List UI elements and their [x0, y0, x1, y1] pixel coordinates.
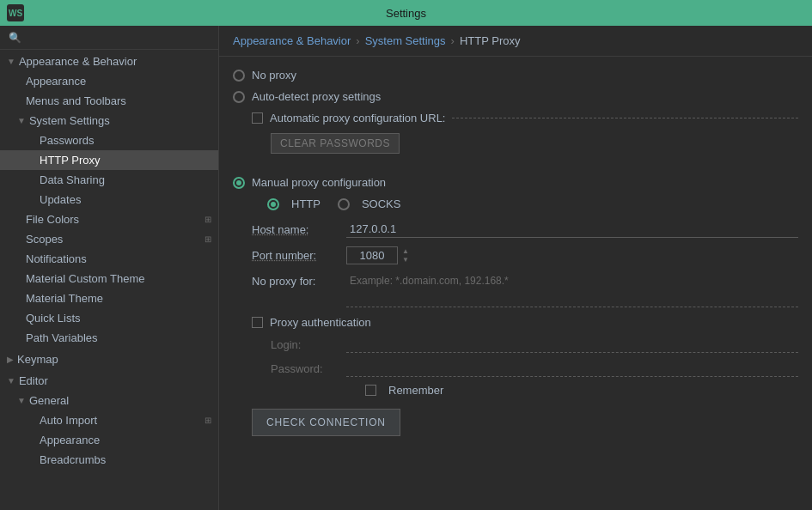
host-name-label: Host name:: [252, 223, 346, 236]
window-title: Settings: [386, 7, 426, 20]
breadcrumb-sep-2: ›: [451, 34, 455, 47]
login-label: Login:: [252, 338, 346, 351]
no-proxy-hint: Example: *.domain.com, 192.168.*: [346, 273, 512, 288]
password-input[interactable]: [346, 360, 798, 377]
remember-checkbox[interactable]: [365, 385, 376, 396]
sidebar-item-data-sharing[interactable]: Data Sharing: [0, 170, 218, 190]
http-option: HTTP: [267, 197, 321, 210]
settings-content: No proxy Auto-detect proxy settings Auto…: [219, 57, 812, 448]
manual-proxy-radio[interactable]: [233, 177, 245, 189]
socks-radio[interactable]: [338, 198, 350, 210]
sidebar-subgroup-general[interactable]: ▼ General: [0, 391, 218, 410]
sidebar-item-notifications[interactable]: Notifications: [0, 249, 218, 269]
sidebar-item-file-colors[interactable]: File Colors ⊞: [0, 209, 218, 229]
no-proxy-radio[interactable]: [233, 70, 245, 82]
sidebar-group-header-keymap[interactable]: ▶ Keymap: [0, 349, 218, 369]
sidebar-item-appearance[interactable]: Appearance: [0, 71, 218, 91]
auto-detect-radio[interactable]: [233, 91, 245, 103]
external-icon: ⊞: [205, 234, 211, 244]
breadcrumb-part-1[interactable]: Appearance & Behavior: [233, 34, 351, 47]
protocol-row: HTTP SOCKS: [233, 197, 798, 210]
port-stepper: ▲ ▼: [400, 247, 412, 264]
sidebar-item-scopes[interactable]: Scopes ⊞: [0, 229, 218, 249]
password-label: Password:: [252, 362, 346, 375]
no-proxy-label[interactable]: No proxy: [252, 69, 296, 82]
content-area: Appearance & Behavior › System Settings …: [219, 26, 812, 510]
port-control: ▲ ▼: [346, 246, 412, 264]
external-icon: ⊞: [205, 416, 211, 425]
proxy-auth-row: Proxy authentication: [252, 316, 798, 329]
sidebar-group-header-appearance-behavior[interactable]: ▼ Appearance & Behavior: [0, 52, 218, 71]
sidebar-item-editor-appearance[interactable]: Appearance: [0, 430, 218, 450]
port-label: Port number:: [252, 249, 346, 262]
port-down-button[interactable]: ▼: [400, 256, 412, 264]
check-connection-button[interactable]: CHECK CONNECTION: [252, 409, 400, 436]
arrow-icon: ▼: [17, 396, 26, 405]
no-proxy-input-area: Example: *.domain.com, 192.168.*: [346, 273, 798, 307]
sidebar-item-breadcrumbs[interactable]: Breadcrumbs: [0, 450, 218, 470]
breadcrumb-part-3: HTTP Proxy: [460, 34, 521, 47]
login-row: Login:: [252, 336, 798, 353]
auto-config-checkbox[interactable]: [252, 112, 263, 124]
port-row: Port number: ▲ ▼: [233, 246, 798, 264]
arrow-icon: ▼: [7, 376, 15, 386]
host-name-input[interactable]: [346, 221, 798, 238]
auto-detect-label[interactable]: Auto-detect proxy settings: [252, 90, 381, 103]
http-label[interactable]: HTTP: [291, 197, 321, 210]
sidebar-group-editor: ▼ Editor ▼ General Auto Import ⊞ Appeara…: [0, 369, 218, 471]
main-layout: 🔍 ▼ Appearance & Behavior Appearance Men…: [0, 26, 812, 510]
sidebar-item-material-theme[interactable]: Material Theme: [0, 288, 218, 308]
sidebar-item-menus-toolbars[interactable]: Menus and Toolbars: [0, 91, 218, 111]
sidebar-item-auto-import[interactable]: Auto Import ⊞: [0, 410, 218, 430]
remember-row: Remember: [252, 384, 798, 397]
breadcrumb: Appearance & Behavior › System Settings …: [219, 26, 812, 57]
search-input[interactable]: [27, 31, 210, 44]
proxy-auth-label[interactable]: Proxy authentication: [270, 316, 371, 329]
title-bar: WS Settings: [0, 0, 812, 26]
manual-proxy-label[interactable]: Manual proxy configuration: [252, 176, 386, 189]
sidebar-group-appearance-behavior: ▼ Appearance & Behavior Appearance Menus…: [0, 50, 218, 349]
manual-proxy-option: Manual proxy configuration: [233, 176, 798, 189]
no-proxy-for-row: No proxy for: Example: *.domain.com, 192…: [233, 273, 798, 307]
proxy-auth-checkbox[interactable]: [252, 317, 263, 328]
sidebar-group-label: Appearance & Behavior: [19, 55, 137, 68]
breadcrumb-part-2[interactable]: System Settings: [365, 34, 446, 47]
sidebar-item-quick-lists[interactable]: Quick Lists: [0, 308, 218, 328]
search-bar: 🔍: [0, 26, 218, 50]
port-up-button[interactable]: ▲: [400, 247, 412, 256]
app-logo: WS: [7, 4, 24, 21]
search-icon: 🔍: [9, 32, 21, 44]
no-proxy-for-label: No proxy for:: [252, 273, 346, 288]
auto-config-label: Automatic proxy configuration URL:: [270, 112, 445, 124]
socks-label[interactable]: SOCKS: [362, 197, 401, 210]
sidebar-subgroup-system-settings[interactable]: ▼ System Settings: [0, 111, 218, 131]
auto-detect-option: Auto-detect proxy settings: [233, 90, 798, 103]
port-input[interactable]: [346, 246, 398, 264]
http-radio[interactable]: [267, 198, 279, 210]
sidebar-item-material-custom-theme[interactable]: Material Custom Theme: [0, 269, 218, 288]
sidebar-item-http-proxy[interactable]: HTTP Proxy: [0, 150, 218, 170]
password-row: Password:: [252, 360, 798, 377]
remember-label: Remember: [388, 384, 443, 397]
sidebar-item-path-variables[interactable]: Path Variables: [0, 328, 218, 348]
host-name-row: Host name:: [233, 221, 798, 238]
sidebar-group-header-editor[interactable]: ▼ Editor: [0, 371, 218, 391]
sidebar: 🔍 ▼ Appearance & Behavior Appearance Men…: [0, 26, 219, 510]
proxy-auth-section: Proxy authentication Login: Password: Re…: [233, 316, 798, 397]
sidebar-item-updates[interactable]: Updates: [0, 190, 218, 209]
clear-passwords-button[interactable]: CLEAR PASSWORDS: [271, 133, 400, 154]
arrow-icon: ▶: [7, 355, 14, 364]
arrow-icon: ▼: [7, 57, 15, 66]
login-input[interactable]: [346, 336, 798, 353]
socks-option: SOCKS: [338, 197, 401, 210]
no-proxy-option: No proxy: [233, 69, 798, 82]
external-icon: ⊞: [205, 215, 211, 224]
auto-config-row: Automatic proxy configuration URL:: [233, 112, 798, 124]
breadcrumb-sep-1: ›: [356, 34, 359, 47]
sidebar-item-passwords[interactable]: Passwords: [0, 131, 218, 150]
arrow-icon: ▼: [17, 116, 26, 125]
